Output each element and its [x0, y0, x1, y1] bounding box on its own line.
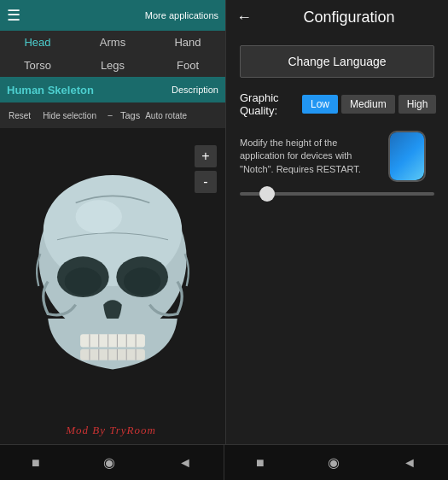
- quality-high-button[interactable]: High: [399, 95, 437, 114]
- notch-blue-bar: [388, 132, 424, 180]
- action-bar: Reset Hide selection － Tags Auto rotate: [0, 102, 225, 128]
- top-bar: ☰ More applications: [0, 0, 225, 31]
- more-apps-button[interactable]: More applications: [145, 10, 218, 20]
- nav-tab-legs[interactable]: Legs: [75, 54, 150, 77]
- nav-tab-foot[interactable]: Foot: [150, 54, 225, 77]
- back-arrow-icon[interactable]: ←: [236, 9, 252, 26]
- left-bottom-nav: ■ ◉ ◄: [0, 444, 224, 480]
- config-header: ← Configuration: [226, 0, 448, 35]
- quality-medium-button[interactable]: Medium: [341, 95, 395, 114]
- description-button[interactable]: Description: [172, 85, 218, 95]
- slider-container: [240, 189, 434, 196]
- svg-point-19: [124, 267, 160, 295]
- config-content: Change Language GraphicQuality: Low Medi…: [226, 35, 448, 206]
- zoom-out-button[interactable]: -: [195, 171, 217, 193]
- svg-point-18: [65, 267, 102, 295]
- graphic-quality-section: GraphicQuality: Low Medium High: [240, 91, 434, 117]
- quality-label: GraphicQuality:: [240, 91, 295, 117]
- nav-tab-arms[interactable]: Arms: [75, 31, 150, 54]
- right-panel: ← Configuration Change Language GraphicQ…: [226, 0, 448, 444]
- config-title: Configuration: [260, 9, 438, 26]
- reset-button[interactable]: Reset: [5, 109, 34, 122]
- model-area: + -: [0, 128, 225, 444]
- left-nav-back-icon[interactable]: ◄: [178, 455, 192, 471]
- quality-row: GraphicQuality: Low Medium High: [240, 91, 434, 117]
- nav-tab-head[interactable]: Head: [0, 31, 75, 54]
- auto-rotate-button[interactable]: Auto rotate: [145, 111, 187, 120]
- zoom-in-button[interactable]: +: [195, 145, 217, 167]
- right-nav-home-icon[interactable]: ◉: [328, 454, 340, 471]
- svg-point-20: [76, 200, 122, 233]
- skull-model: [19, 175, 207, 397]
- notch-description: Modify the height of the application for…: [240, 137, 378, 176]
- slider-track[interactable]: [240, 192, 434, 196]
- right-nav-back-icon[interactable]: ◄: [403, 455, 416, 471]
- notch-section: Modify the height of the application for…: [240, 131, 434, 196]
- bottom-nav: ■ ◉ ◄ ■ ◉ ◄: [0, 444, 448, 480]
- hamburger-icon[interactable]: ☰: [7, 6, 20, 25]
- left-panel: ☰ More applications Head Arms Hand Torso…: [0, 0, 226, 444]
- notch-preview: [388, 131, 426, 182]
- left-nav-home-icon[interactable]: ◉: [103, 454, 115, 471]
- right-nav-square-icon[interactable]: ■: [256, 455, 265, 471]
- hide-selection-button[interactable]: Hide selection: [39, 109, 100, 122]
- slider-thumb[interactable]: [259, 186, 275, 202]
- zoom-controls: + -: [195, 145, 217, 193]
- nav-tab-torso[interactable]: Torso: [0, 54, 75, 77]
- tag-minus-icon[interactable]: －: [105, 108, 115, 123]
- left-nav-square-icon[interactable]: ■: [32, 455, 40, 471]
- notch-row: Modify the height of the application for…: [240, 131, 434, 182]
- nav-tabs: Head Arms Hand Torso Legs Foot: [0, 31, 225, 77]
- subtitle-bar: Human Skeleton Description: [0, 77, 225, 102]
- change-language-button[interactable]: Change Language: [240, 45, 434, 78]
- nav-tab-hand[interactable]: Hand: [150, 31, 225, 54]
- right-bottom-nav: ■ ◉ ◄: [224, 444, 448, 480]
- tags-label: Tags: [120, 110, 140, 120]
- skeleton-title: Human Skeleton: [7, 84, 94, 97]
- watermark: Mod By TryRoom: [0, 424, 222, 437]
- quality-options: Low Medium High: [302, 95, 436, 114]
- quality-low-button[interactable]: Low: [302, 95, 338, 114]
